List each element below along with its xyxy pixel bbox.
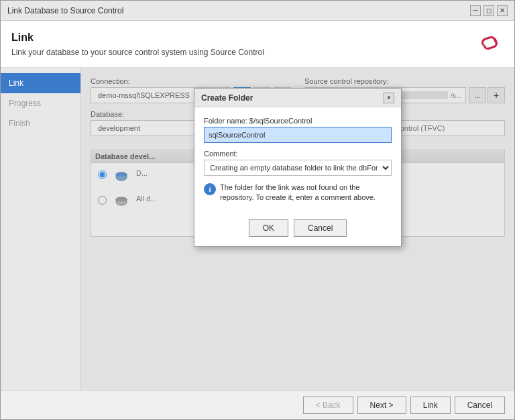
dialog-title: Create Folder [201, 93, 253, 103]
main-panel: Connection: demo-mssql\SQLEXPRESS D ↻ [81, 68, 514, 390]
dialog-buttons: OK Cancel [194, 213, 401, 246]
header-title: Link [11, 32, 264, 44]
link-chain-icon [477, 35, 503, 54]
cancel-button[interactable]: Cancel [455, 397, 505, 414]
footer: < Back Next > Link Cancel [1, 390, 514, 419]
folder-name-input[interactable] [204, 127, 392, 143]
window-title: Link Database to Source Control [7, 6, 123, 15]
info-box: i The folder for the link was not found … [204, 182, 392, 203]
header-text: Link Link your database to your source c… [11, 32, 264, 57]
header-description: Link your database to your source contro… [11, 48, 264, 57]
close-button[interactable]: ✕ [497, 5, 508, 16]
dialog-body: Folder name: $/sqlSourceControl Comment:… [194, 107, 401, 213]
minimize-button[interactable]: ─ [470, 5, 481, 16]
content-area: Link Progress Finish Connection: [1, 68, 514, 390]
main-window: Link Database to Source Control ─ ◻ ✕ Li… [0, 0, 515, 420]
comment-row: Comment: Creating an empty database fold… [204, 150, 392, 176]
create-folder-dialog: Create Folder × Folder name: $/sqlSource… [194, 88, 402, 247]
sidebar-item-link[interactable]: Link [1, 73, 80, 93]
dialog-ok-button[interactable]: OK [249, 219, 288, 237]
link-button[interactable]: Link [410, 397, 451, 414]
info-icon: i [204, 183, 216, 195]
next-button[interactable]: Next > [357, 397, 406, 414]
dialog-close-button[interactable]: × [384, 93, 394, 103]
folder-name-label: Folder name: $/sqlSourceControl [204, 117, 392, 125]
sidebar-item-finish: Finish [1, 113, 80, 134]
window-controls: ─ ◻ ✕ [470, 5, 508, 16]
window-body: Link Link your database to your source c… [1, 21, 514, 419]
sidebar: Link Progress Finish [1, 68, 81, 390]
header-section: Link Link your database to your source c… [1, 21, 514, 68]
dialog-cancel-button[interactable]: Cancel [294, 219, 347, 237]
maximize-button[interactable]: ◻ [483, 5, 494, 16]
comment-select[interactable]: Creating an empty database folder to lin… [204, 160, 392, 176]
comment-label: Comment: [204, 150, 392, 158]
sidebar-item-progress: Progress [1, 93, 80, 113]
folder-name-row: Folder name: $/sqlSourceControl [204, 117, 392, 143]
header-icon [477, 34, 504, 54]
dialog-title-bar: Create Folder × [194, 89, 401, 107]
back-button[interactable]: < Back [303, 397, 353, 414]
info-text: The folder for the link was not found on… [220, 182, 392, 203]
title-bar: Link Database to Source Control ─ ◻ ✕ [1, 1, 514, 21]
dialog-overlay: Create Folder × Folder name: $/sqlSource… [81, 68, 514, 390]
